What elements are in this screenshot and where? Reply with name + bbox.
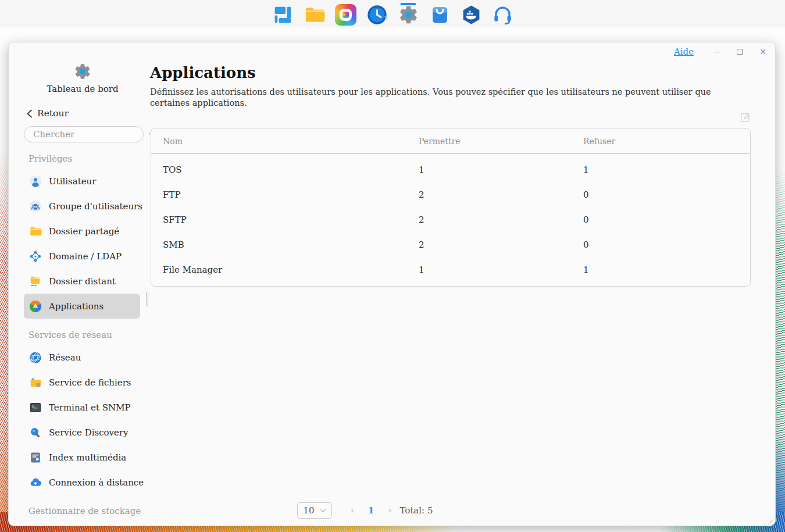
cell-name: SMB [163, 240, 419, 250]
chevron-left-icon [26, 109, 33, 118]
cell-name: File Manager [163, 265, 419, 275]
column-header: Nom [163, 137, 419, 146]
cell-deny: 0 [583, 215, 750, 225]
table-row[interactable]: TOS11 [151, 157, 750, 182]
sidebar-item-applications[interactable]: Applications [24, 294, 140, 319]
domain-ldap-icon [29, 250, 42, 263]
search-icon[interactable] [148, 130, 149, 140]
table-row[interactable]: SMB20 [151, 232, 750, 257]
backup-clock-icon[interactable] [366, 2, 388, 26]
help-link[interactable]: Aide [674, 47, 694, 57]
cell-name: SFTP [163, 215, 419, 225]
page-size-value: 10 [303, 505, 314, 516]
close-button[interactable]: ✕ [759, 48, 767, 56]
sidebar-item-label: Applications [49, 301, 104, 312]
sidebar-item-label: Réseau [49, 352, 81, 363]
chevron-down-icon [320, 509, 326, 513]
search-box [24, 126, 144, 142]
sidebar-section-label: Privilèges [28, 153, 145, 165]
control-panel-window: Aide ✕ Tableau de bord Retour Privilèges… [8, 42, 776, 526]
pagination-bar: 10 ‹ 1 › Total: 5 [297, 502, 433, 519]
remote-folder-icon [29, 275, 42, 288]
control-panel-gear-logo-icon [16, 62, 149, 81]
service-discovery-icon [29, 426, 42, 439]
column-header: Permettre [419, 137, 583, 146]
sidebar-item-domaine-ldap[interactable]: Domaine / LDAP [24, 244, 140, 269]
cell-allow: 2 [419, 190, 583, 200]
cell-allow: 2 [419, 215, 583, 225]
cell-allow: 1 [419, 265, 583, 275]
top-taskbar [0, 0, 785, 27]
docker-icon[interactable] [460, 2, 482, 26]
maximize-button[interactable] [736, 48, 744, 56]
cell-name: TOS [163, 165, 419, 175]
user-icon [29, 175, 42, 188]
back-label: Retour [37, 108, 69, 119]
current-page-number[interactable]: 1 [368, 505, 374, 516]
sidebar-item-terminal-et-snmp[interactable]: Terminal et SNMP [24, 395, 140, 420]
main-content: Applications Définissez les autorisation… [150, 60, 775, 526]
media-index-icon [29, 451, 42, 464]
control-panel-gear-icon[interactable] [397, 2, 419, 26]
applications-icon [29, 300, 42, 313]
minimize-button[interactable] [712, 48, 720, 56]
sidebar-item-label: Service de fichiers [49, 377, 131, 388]
page-title: Applications [150, 63, 775, 82]
cell-allow: 2 [419, 240, 583, 250]
cell-deny: 1 [583, 165, 750, 175]
cell-name: FTP [163, 190, 419, 200]
photos-icon[interactable] [334, 2, 356, 26]
sidebar-item-r-seau[interactable]: Réseau [24, 345, 140, 370]
sidebar-item-dossier-distant[interactable]: Dossier distant [24, 269, 140, 294]
edit-icon[interactable] [740, 112, 751, 123]
cell-deny: 1 [583, 265, 750, 275]
cell-deny: 0 [583, 240, 750, 250]
app-center-icon[interactable] [429, 2, 451, 26]
sidebar: Tableau de bord Retour PrivilègesUtilisa… [16, 60, 149, 523]
sidebar-item-service-de-fichiers[interactable]: Service de fichiers [24, 370, 140, 395]
network-globe-icon [29, 351, 42, 364]
sidebar-section-label: Services de réseau [28, 329, 145, 341]
window-titlebar: Aide ✕ [9, 42, 775, 60]
cell-deny: 0 [583, 190, 750, 200]
table-row[interactable]: SFTP20 [151, 207, 750, 232]
table-header-row: NomPermettreRefuser [151, 128, 750, 154]
support-headset-icon[interactable] [491, 2, 513, 26]
sidebar-item-label: Domaine / LDAP [49, 251, 122, 262]
sidebar-item-index-multim-dia[interactable]: Index multimédia [24, 445, 140, 470]
sidebar-item-label: Utilisateur [49, 176, 96, 187]
sidebar-item-utilisateur[interactable]: Utilisateur [24, 169, 140, 194]
pagination-total: Total: 5 [399, 505, 433, 516]
cell-allow: 1 [419, 165, 583, 175]
terminal-icon [29, 401, 42, 414]
user-group-icon [29, 200, 42, 213]
page-description: Définissez les autorisations des utilisa… [150, 87, 734, 108]
sidebar-scrollbar-thumb[interactable] [146, 292, 148, 306]
sidebar-item-label: Terminal et SNMP [49, 402, 131, 413]
sidebar-item-service-discovery[interactable]: Service Discovery [24, 420, 140, 445]
sidebar-item-dossier-partag-[interactable]: Dossier partagé [24, 219, 140, 244]
sidebar-item-label: Service Discovery [49, 427, 129, 438]
page-size-dropdown[interactable]: 10 [297, 502, 332, 519]
table-row[interactable]: FTP20 [151, 182, 750, 207]
sidebar-item-connexion-distance[interactable]: Connexion à distance [24, 470, 140, 495]
sidebar-item-label: Dossier partagé [49, 226, 119, 237]
sidebar-item-label: Connexion à distance [49, 477, 144, 488]
sidebar-item-label: Dossier distant [49, 276, 116, 287]
search-input[interactable] [32, 128, 148, 140]
sidebar-item-label: Groupe d'utilisateurs [49, 201, 142, 212]
applications-permissions-table: NomPermettreRefuser TOS11FTP20SFTP20SMB2… [151, 128, 751, 287]
back-button[interactable]: Retour [26, 108, 149, 119]
file-service-icon [29, 376, 42, 389]
app-title: Tableau de bord [16, 84, 149, 94]
table-row[interactable]: File Manager11 [151, 257, 750, 282]
sidebar-section-label: Gestionnaire de stockage [28, 505, 145, 517]
previous-page-button[interactable]: ‹ [351, 505, 354, 516]
next-page-button[interactable]: › [388, 505, 391, 516]
widgets-icon[interactable] [272, 2, 294, 26]
shared-folder-icon [29, 225, 42, 238]
column-header: Refuser [583, 137, 750, 146]
sidebar-item-groupe-d-utilisateurs[interactable]: Groupe d'utilisateurs [24, 194, 140, 219]
file-manager-folder-icon[interactable] [303, 2, 325, 26]
sidebar-item-label: Index multimédia [49, 452, 126, 463]
